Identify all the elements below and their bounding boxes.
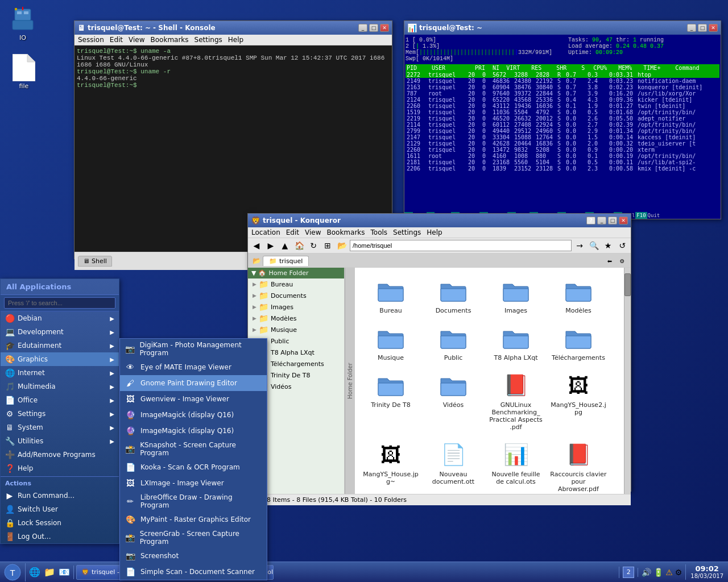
- file-icon-trinity-de-t8[interactable]: Trinity De T8: [359, 367, 422, 436]
- view-btn[interactable]: ⊞: [321, 239, 334, 252]
- graphics-item-screenshot[interactable]: 📷Screenshot: [120, 548, 267, 564]
- konqueror-minimize-btn[interactable]: _: [597, 217, 606, 225]
- menu-item-help[interactable]: ❓Help: [1, 462, 119, 475]
- graphics-item-simple-scan---document-scanner[interactable]: 📄Simple Scan - Document Scanner: [120, 564, 267, 580]
- pager-workspace[interactable]: 2: [623, 567, 634, 578]
- htop-process-row[interactable]: 2206trisquel20018392315223128S0.02.30:00…: [406, 165, 719, 172]
- graphics-item-gwenview---image-viewer[interactable]: 🖼Gwenview - Image Viewer: [120, 391, 267, 407]
- file-icon-mangys_house.jpg~[interactable]: 🖼MangYS_House.jpg~: [359, 436, 422, 494]
- graphics-item-imagemagick-(display-q16)[interactable]: 🔮ImageMagick (display Q16): [120, 407, 267, 423]
- file-icon-modèles[interactable]: Modèles: [547, 272, 610, 319]
- htop-process-row[interactable]: 2163trisquel200609043847630840S0.73.80:0…: [406, 84, 719, 90]
- menu-item-utilities[interactable]: 🔧Utilities▶: [1, 434, 119, 448]
- file-icon-documents[interactable]: Documents: [422, 272, 485, 319]
- file-icon-public[interactable]: Public: [422, 319, 485, 367]
- menu-item-multimedia[interactable]: 🎵Multimedia▶: [1, 380, 119, 393]
- konsole-tab-shell[interactable]: 🖥 Shell: [78, 256, 112, 267]
- konqueror-refresh-btn[interactable]: ↺: [616, 239, 628, 252]
- sidebar-tab-homefolder[interactable]: Home Folder: [345, 268, 355, 494]
- desktop-icon-file[interactable]: file: [6, 54, 42, 90]
- graphics-item-gnome-paint-drawing-editor[interactable]: 🖌Gnome Paint Drawing Editor: [120, 375, 267, 391]
- file-icon-gnulinux-benchmarkin[interactable]: 📕GNULinux Benchmarking_ Practical Aspect…: [485, 367, 547, 436]
- menu-item-graphics[interactable]: 🎨Graphics▶: [1, 352, 119, 366]
- sidebar-folder-musique[interactable]: ▶📁Musique: [248, 324, 344, 335]
- konqueror-close-btn[interactable]: ✕: [619, 217, 628, 225]
- desktop-icon-io[interactable]: IO: [5, 6, 41, 41]
- htop-process-row[interactable]: 2124trisquel200652204356825336S0.44.30:0…: [406, 97, 719, 103]
- home-btn[interactable]: 🏠: [293, 239, 305, 252]
- menu-action-run-command...[interactable]: ▶Run Command...: [1, 489, 119, 502]
- htop-process-row[interactable]: 2147trisquel200333041508812764S0.01.50:0…: [406, 134, 719, 140]
- quicklaunch-icon-3[interactable]: 📧: [57, 566, 71, 579]
- konsole-menu-view[interactable]: View: [129, 36, 144, 44]
- graphics-item-screengrab---screen-capture-pr[interactable]: 📸ScreenGrab - Screen Capture Program: [120, 527, 267, 548]
- menu-item-settings[interactable]: ⚙Settings▶: [1, 407, 119, 421]
- menu-item-internet[interactable]: 🌐Internet▶: [1, 366, 119, 380]
- sidebar-folder-documents[interactable]: ▶📁Documents: [248, 290, 344, 301]
- konsole-minimize-btn[interactable]: _: [358, 24, 367, 32]
- right-scrollbar[interactable]: [624, 268, 631, 494]
- menu-item-development[interactable]: 💻Development▶: [1, 325, 119, 339]
- htop-process-row[interactable]: 2149trisquel200468362438022192S0.72.40:0…: [406, 78, 719, 84]
- go-btn[interactable]: →: [573, 239, 586, 252]
- konsole-menu-edit[interactable]: Edit: [110, 36, 123, 44]
- graphics-item-ksnapshot---screen-capture-pro[interactable]: 📸KSnapshot - Screen Capture Program: [120, 439, 267, 459]
- graphics-item-imagemagick-(display-q16)[interactable]: 🔮ImageMagick (display Q16): [120, 423, 267, 439]
- quicklaunch-icon-2[interactable]: 📁: [43, 566, 56, 579]
- konqueror-maximize-btn[interactable]: □: [608, 217, 617, 225]
- sidebar-folder-images[interactable]: ▶📁Images: [248, 301, 344, 313]
- file-icon-musique[interactable]: Musique: [359, 319, 422, 367]
- up-btn[interactable]: ▲: [279, 239, 291, 252]
- menu-action-lock-session[interactable]: 🔒Lock Session: [1, 516, 119, 530]
- graphics-item-mypaint---raster-graphics-edit[interactable]: 🎨MyPaint - Raster Graphics Editor: [120, 512, 267, 527]
- konsole-menu-settings[interactable]: Settings: [195, 36, 222, 44]
- konqueror-menu-tools[interactable]: Tools: [371, 228, 388, 236]
- konqueror-menu-bookmarks[interactable]: Bookmarks: [327, 228, 365, 236]
- konsole-menu-session[interactable]: Session: [78, 36, 104, 44]
- htop-process-row[interactable]: 2114trisquel200601122740822924S0.02.70:0…: [406, 122, 719, 128]
- htop-process-row[interactable]: 2129trisquel200426282046416836S0.02.00:0…: [406, 140, 719, 147]
- taskbar-clock[interactable]: 09:02 18/03/2017: [685, 564, 728, 580]
- graphics-item-libreoffice-draw---drawing-pro[interactable]: ✏LibreOffice Draw - Drawing Program: [120, 491, 267, 512]
- systray-settings-icon[interactable]: ⚙: [675, 568, 682, 577]
- file-icon-vidéos[interactable]: Vidéos: [422, 367, 485, 436]
- start-button[interactable]: T: [3, 563, 22, 581]
- konsole-menu-help[interactable]: Help: [228, 36, 243, 44]
- sidebar-home-folder[interactable]: ▼ 🏠 Home Folder: [248, 268, 344, 278]
- menu-action-switch-user[interactable]: 👤Switch User: [1, 502, 119, 516]
- konqueror-help-btn[interactable]: ?: [586, 217, 595, 225]
- konqueror-menu-location[interactable]: Location: [251, 228, 280, 236]
- file-icon-nouvelle-feuille-de-[interactable]: 📊Nouvelle feuille de calcul.ots: [485, 436, 547, 494]
- sidebar-folder-modèles[interactable]: ▶📁Modèles: [248, 313, 344, 324]
- menu-item-edutainment[interactable]: 🎓Edutainment▶: [1, 339, 119, 352]
- htop-process-row[interactable]: 1611root20041601008880S0.00.10:00.19/opt…: [406, 153, 719, 159]
- quicklaunch-icon-1[interactable]: 🌐: [28, 566, 42, 579]
- tab-nav-left[interactable]: 📂: [250, 255, 263, 267]
- menu-item-system[interactable]: 🖥System▶: [1, 421, 119, 434]
- scroll-thumb[interactable]: [624, 273, 631, 296]
- address-bar[interactable]: [350, 240, 572, 251]
- file-icon-nouveau-document.ott[interactable]: 📄Nouveau document.ott: [422, 436, 485, 494]
- file-icon-images[interactable]: Images: [485, 272, 547, 319]
- file-icon-téléchargements[interactable]: Téléchargements: [547, 319, 610, 367]
- sidebar-folder-bureau[interactable]: ▶📁Bureau: [248, 278, 344, 290]
- htop-process-row[interactable]: 787root200976403937222844S0.73.90:16.20/…: [406, 90, 719, 97]
- graphics-item-eye-of-mate-image-viewer[interactable]: 👁Eye of MATE Image Viewer: [120, 359, 267, 375]
- tab-settings[interactable]: ⚙: [616, 255, 628, 267]
- systray-network-icon[interactable]: 🔊: [642, 568, 651, 577]
- open-btn[interactable]: 📂: [336, 239, 348, 252]
- htop-process-row[interactable]: 2799trisquel200494402951224960S0.02.90:0…: [406, 128, 719, 134]
- file-icon-bureau[interactable]: Bureau: [359, 272, 422, 319]
- menu-search-input[interactable]: [4, 297, 115, 309]
- konsole-menu-bookmarks[interactable]: Bookmarks: [151, 36, 189, 44]
- menu-item-debian[interactable]: 🔴Debian▶: [1, 311, 119, 325]
- konqueror-menu-settings[interactable]: Settings: [393, 228, 421, 236]
- menu-item-add/remove-programs[interactable]: ➕Add/Remove Programs: [1, 448, 119, 462]
- bookmark-btn[interactable]: ★: [602, 239, 614, 252]
- htop-process-row[interactable]: 2260trisquel200431121943616036S0.11.90:0…: [406, 103, 719, 109]
- graphics-item-lximage---image-viewer[interactable]: 🖼LXImage - Image Viewer: [120, 475, 267, 491]
- systray-battery-icon[interactable]: 🔋: [653, 568, 663, 577]
- konqueror-menu-view[interactable]: View: [305, 228, 321, 236]
- forward-btn[interactable]: ▶: [264, 239, 277, 252]
- htop-close-btn[interactable]: ✕: [709, 24, 718, 32]
